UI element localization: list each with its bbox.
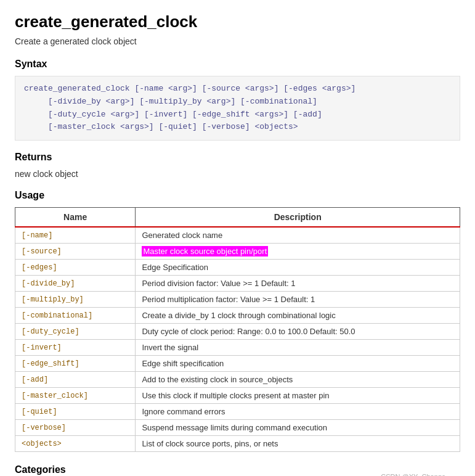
returns-text: new clock object [15,169,460,179]
table-cell-description: Period multiplication factor: Value >= 1… [136,292,460,308]
table-header: Name Description [15,208,460,228]
table-cell-name: [-edge_shift] [15,356,136,372]
page-subtitle: Create a generated clock object [15,36,460,46]
col-header-description: Description [136,208,460,228]
table-row: [-combinational]Create a divide_by 1 clo… [15,308,460,324]
usage-heading: Usage [15,190,460,201]
table-row: [-edge_shift]Edge shift specification [15,356,460,372]
table-cell-name: <objects> [15,436,136,452]
table-cell-name: [-invert] [15,340,136,356]
watermark: CSDN @XY_Change [381,473,445,476]
table-cell-description: Edge shift specification [136,356,460,372]
table-cell-description: Duty cycle of clock period: Range: 0.0 t… [136,324,460,340]
table-row: [-master_clock]Use this clock if multipl… [15,388,460,404]
table-cell-name: [-multiply_by] [15,292,136,308]
table-cell-description: Create a divide_by 1 clock through combi… [136,308,460,324]
syntax-code-block: create_generated_clock [-name <arg>] [-s… [15,76,460,141]
table-cell-name: [-verbose] [15,420,136,436]
table-header-row: Name Description [15,208,460,228]
table-cell-description: Generated clock name [136,227,460,244]
table-cell-description: Use this clock if multiple clocks presen… [136,388,460,404]
table-cell-description: Period division factor: Value >= 1 Defau… [136,276,460,292]
table-cell-description: Master clock source object pin/port [136,244,460,260]
table-body: [-name]Generated clock name[-source]Mast… [15,227,460,452]
table-cell-name: [-divide_by] [15,276,136,292]
table-row: [-name]Generated clock name [15,227,460,244]
table-cell-description: List of clock source ports, pins, or net… [136,436,460,452]
syntax-heading: Syntax [15,59,460,70]
table-cell-description: Edge Specification [136,260,460,276]
table-row: [-add]Add to the existing clock in sourc… [15,372,460,388]
table-cell-name: [-master_clock] [15,388,136,404]
table-cell-name: [-edges] [15,260,136,276]
table-cell-description: Ignore command errors [136,404,460,420]
table-cell-name: [-duty_cycle] [15,324,136,340]
highlighted-description: Master clock source object pin/port [142,246,268,256]
table-row: [-source]Master clock source object pin/… [15,244,460,260]
page-wrapper: create_generated_clock Create a generate… [15,12,460,476]
page-title: create_generated_clock [15,12,460,31]
table-row: <objects>List of clock source ports, pin… [15,436,460,452]
returns-heading: Returns [15,152,460,163]
table-row: [-divide_by]Period division factor: Valu… [15,276,460,292]
table-cell-name: [-name] [15,227,136,244]
col-header-name: Name [15,208,136,228]
table-row: [-verbose]Suspend message limits during … [15,420,460,436]
table-cell-description: Add to the existing clock in source_obje… [136,372,460,388]
table-cell-description: Invert the signal [136,340,460,356]
table-cell-description: Suspend message limits during command ex… [136,420,460,436]
table-cell-name: [-combinational] [15,308,136,324]
usage-table: Name Description [-name]Generated clock … [15,207,460,452]
table-cell-name: [-quiet] [15,404,136,420]
table-row: [-edges]Edge Specification [15,260,460,276]
table-cell-name: [-add] [15,372,136,388]
table-row: [-duty_cycle]Duty cycle of clock period:… [15,324,460,340]
table-row: [-invert]Invert the signal [15,340,460,356]
table-row: [-multiply_by]Period multiplication fact… [15,292,460,308]
table-row: [-quiet]Ignore command errors [15,404,460,420]
table-cell-name: [-source] [15,244,136,260]
